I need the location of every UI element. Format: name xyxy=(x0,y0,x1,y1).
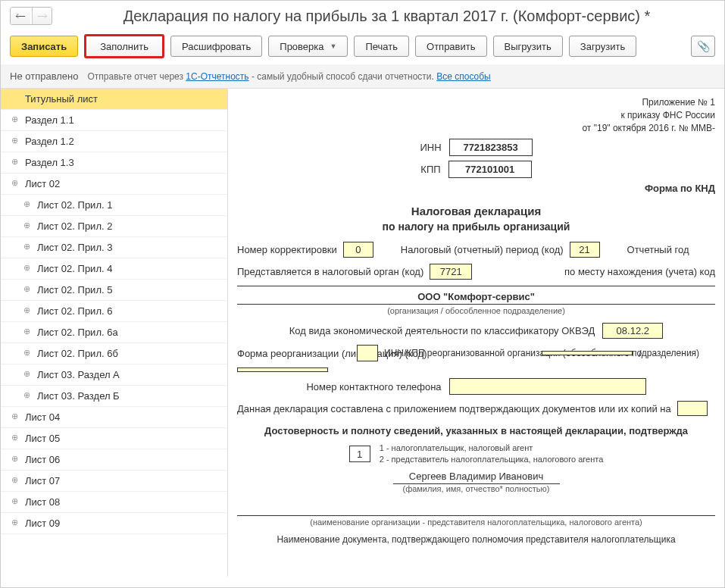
sidebar-item[interactable]: Лист 02. Прил. 2 xyxy=(1,216,227,237)
all-methods-link[interactable]: Все способы xyxy=(436,71,491,82)
date-line: от "19" октября 2016 г. № ММВ- xyxy=(237,122,715,135)
sidebar-item[interactable]: Лист 03. Раздел Б xyxy=(1,386,227,407)
sidebar-item[interactable]: Лист 02. Прил. 6а xyxy=(1,322,227,343)
slash: / xyxy=(639,348,642,359)
sidebar-item[interactable]: Лист 07 xyxy=(1,471,227,492)
appendix-line: Приложение № 1 xyxy=(237,96,715,109)
attach-button[interactable]: 📎 xyxy=(691,36,715,57)
form-knd-label: Форма по КНД xyxy=(645,183,715,194)
back-button[interactable]: 🡐 xyxy=(11,8,30,24)
tree: Титульный листРаздел 1.1Раздел 1.2Раздел… xyxy=(1,89,227,534)
sidebar: Титульный листРаздел 1.1Раздел 1.2Раздел… xyxy=(1,89,228,577)
rep-org-line xyxy=(237,504,715,516)
page-title: Декларация по налогу на прибыль за 1 ква… xyxy=(58,8,715,25)
year-label: Отчетный год xyxy=(627,244,689,255)
sidebar-item[interactable]: Лист 03. Раздел А xyxy=(1,364,227,386)
sidebar-item[interactable]: Титульный лист xyxy=(1,89,227,110)
toolbar: Записать Заполнить Расшифровать Проверка… xyxy=(1,31,724,64)
org-name: ООО "Комфорт-сервис" xyxy=(237,291,715,302)
order-line: к приказу ФНС России xyxy=(237,109,715,122)
period-label: Налоговый (отчетный) период (код) xyxy=(401,244,564,255)
kpp-value[interactable]: 772101001 xyxy=(448,161,532,178)
fill-button[interactable]: Заполнить xyxy=(84,34,164,58)
import-button[interactable]: Загрузить xyxy=(569,36,636,57)
nav-buttons: 🡐 🡒 xyxy=(10,7,52,25)
doc-header: Приложение № 1 к приказу ФНС России от "… xyxy=(237,96,715,134)
sidebar-item[interactable]: Лист 06 xyxy=(1,449,227,471)
submit-code[interactable]: 7721 xyxy=(430,264,472,280)
phone-value[interactable] xyxy=(449,378,646,395)
rep-org-caption: (наименование организации - представител… xyxy=(237,518,715,527)
okved-value[interactable]: 08.12.2 xyxy=(602,323,663,339)
phone-label: Номер контактного телефона xyxy=(306,381,441,393)
org-caption: (организация / обособленное подразделени… xyxy=(237,306,715,315)
chevron-down-icon: ▼ xyxy=(330,42,337,50)
okved-label: Код вида экономической деятельности по к… xyxy=(289,325,595,336)
doc-title: Налоговая декларация xyxy=(237,205,715,217)
sidebar-item[interactable]: Лист 05 xyxy=(1,428,227,449)
period-value[interactable]: 21 xyxy=(570,242,600,258)
document-area: Приложение № 1 к приказу ФНС России от "… xyxy=(228,89,724,577)
sidebar-item[interactable]: Лист 02. Прил. 4 xyxy=(1,258,227,280)
corr-value[interactable]: 0 xyxy=(343,242,373,258)
sidebar-item[interactable]: Лист 02. Прил. 3 xyxy=(1,237,227,258)
reorg-inn-label: ИНН/КПП реорганизованной организации (об… xyxy=(384,348,536,358)
status-hint: Отправьте отчет через 1С-Отчетность - са… xyxy=(87,71,490,82)
print-button[interactable]: Печать xyxy=(354,36,409,57)
export-button[interactable]: Выгрузить xyxy=(493,36,563,57)
attach-label: Данная декларация составлена с приложени… xyxy=(237,403,671,414)
legend2: 2 - представитель налогоплательщика, нал… xyxy=(380,454,604,464)
sidebar-item[interactable]: Лист 08 xyxy=(1,492,227,513)
check-button[interactable]: Проверка▼ xyxy=(268,36,348,57)
hint-prefix: Отправьте отчет через xyxy=(87,71,186,82)
save-button[interactable]: Записать xyxy=(10,36,78,57)
doc-confirm-label: Наименование документа, подтверждающего … xyxy=(237,534,715,545)
status-text: Не отправлено xyxy=(10,70,78,82)
signer-caption: (фамилия, имя, отчество* полностью) xyxy=(237,484,715,493)
signer-code[interactable]: 1 xyxy=(349,446,370,462)
sidebar-item[interactable]: Лист 02 xyxy=(1,174,227,195)
forward-button[interactable]: 🡒 xyxy=(32,8,52,24)
sidebar-item[interactable]: Лист 02. Прил. 6б xyxy=(1,343,227,364)
sidebar-item[interactable]: Лист 02. Прил. 6 xyxy=(1,301,227,322)
paperclip-icon: 📎 xyxy=(697,40,710,52)
confirm-title: Достоверность и полноту сведений, указан… xyxy=(237,425,715,436)
send-button[interactable]: Отправить xyxy=(415,36,486,57)
inn-label: ИНН xyxy=(420,142,441,153)
reorg-label: Форма реорганизации (ликвидация) (код) xyxy=(237,348,351,359)
check-label: Проверка xyxy=(280,41,323,52)
attach-pages[interactable] xyxy=(677,401,708,416)
reorg-kpp[interactable] xyxy=(237,368,328,372)
reorg-inn[interactable] xyxy=(542,351,633,355)
sidebar-item[interactable]: Раздел 1.1 xyxy=(1,110,227,131)
corr-label: Номер корректировки xyxy=(237,244,337,255)
signer-name[interactable]: Сергеев Владимир Иванович xyxy=(393,471,560,484)
sidebar-item[interactable]: Лист 04 xyxy=(1,407,227,428)
decode-button[interactable]: Расшифровать xyxy=(170,36,262,57)
sidebar-item[interactable]: Раздел 1.2 xyxy=(1,131,227,152)
reporting-link[interactable]: 1С-Отчетность xyxy=(186,71,248,82)
legend1: 1 - налогоплательщик, налоговый агент xyxy=(380,443,604,453)
sidebar-item[interactable]: Лист 02. Прил. 5 xyxy=(1,280,227,301)
signer-legend: 1 - налогоплательщик, налоговый агент 2 … xyxy=(380,443,604,464)
sidebar-item[interactable]: Лист 09 xyxy=(1,513,227,534)
reorg-code[interactable] xyxy=(357,345,378,361)
hint-suffix: - самый удобный способ сдачи отчетности. xyxy=(249,71,437,82)
sidebar-item[interactable]: Раздел 1.3 xyxy=(1,152,227,174)
inn-value[interactable]: 7721823853 xyxy=(449,139,533,156)
submit-label: Представляется в налоговый орган (код) xyxy=(237,266,423,277)
sidebar-item[interactable]: Лист 02. Прил. 1 xyxy=(1,195,227,216)
status-bar: Не отправлено Отправьте отчет через 1С-О… xyxy=(1,64,724,89)
doc-subtitle: по налогу на прибыль организаций xyxy=(237,220,715,233)
location-label: по месту нахождения (учета) код xyxy=(564,266,715,277)
kpp-label: КПП xyxy=(420,164,440,175)
